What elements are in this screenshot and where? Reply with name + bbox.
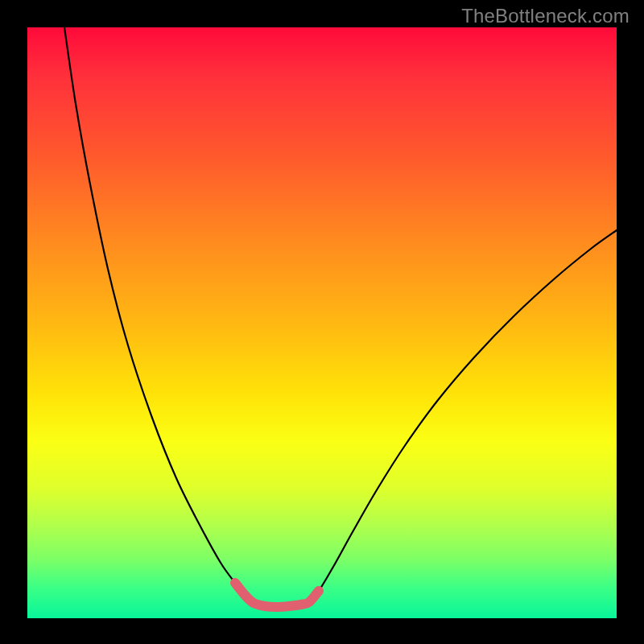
right-curve-path <box>309 230 617 602</box>
chart-frame: TheBottleneck.com <box>0 0 644 644</box>
curve-svg <box>27 27 617 618</box>
left-curve-path <box>64 27 254 603</box>
plot-area <box>27 27 617 618</box>
watermark-text: TheBottleneck.com <box>461 5 630 27</box>
highlight-band-path <box>235 583 319 607</box>
